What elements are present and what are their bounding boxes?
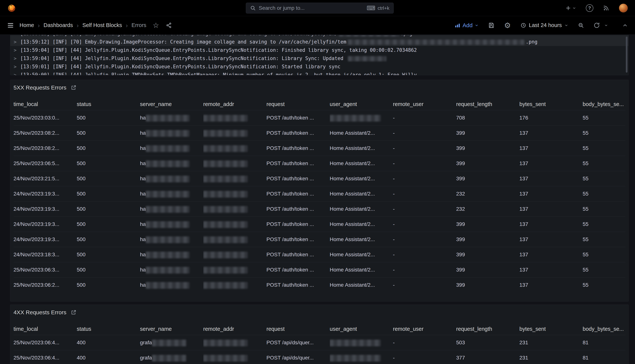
breadcrumb-item[interactable]: Self Host Blocks: [82, 22, 122, 28]
column-header-bytes-sent[interactable]: bytes_sent: [520, 323, 583, 335]
cell-request: POST /auth/token ...: [266, 126, 330, 140]
refresh-interval-chevron-icon[interactable]: [604, 24, 608, 27]
table-row: 25/Nov/2023:06:5...500haPOST /auth/token…: [14, 156, 625, 171]
log-row[interactable]: >[13:59:00] [INF] [44] Jellyfin.Plugin.T…: [10, 71, 628, 75]
scrollbar-thumb[interactable]: [626, 36, 628, 72]
time-range-picker[interactable]: Last 24 hours: [520, 22, 568, 28]
column-header-status[interactable]: status: [77, 323, 140, 335]
expand-log-chevron-icon[interactable]: >: [14, 72, 16, 75]
table-row: 25/Nov/2023:06:4...400grafaPOST /api/ds/…: [14, 335, 625, 350]
redacted-text: [203, 355, 248, 362]
cell-time-local: 25/Nov/2023:06:3...: [14, 262, 77, 277]
table-row: 24/Nov/2023:18:3...500haPOST /auth/token…: [14, 247, 625, 262]
log-row[interactable]: >[13:59:12] [INF] [70] Emby.Drawing.Imag…: [10, 38, 628, 46]
column-header-status[interactable]: status: [77, 98, 140, 110]
graph-bar-icon: [455, 22, 460, 28]
expand-log-chevron-icon[interactable]: >: [14, 35, 16, 36]
help-button[interactable]: ?: [586, 4, 593, 12]
redacted-text: [146, 252, 190, 258]
redacted-text: [203, 252, 248, 258]
shortcut-label: ctrl+k: [378, 5, 389, 11]
column-header-time-local[interactable]: time_local: [14, 323, 77, 335]
log-row[interactable]: >[13:59:13] [INF] [70] Emby.Drawing.Imag…: [10, 35, 628, 38]
chevron-up-icon[interactable]: [622, 22, 628, 28]
redacted-text: [146, 176, 190, 182]
column-header-bytes-sent[interactable]: bytes_sent: [520, 98, 583, 110]
cell-server-name: ha: [140, 247, 203, 262]
cell-request-length: 399: [456, 278, 520, 292]
cell-remote-user: -: [393, 156, 456, 171]
search-input[interactable]: Search or jump to... ⌨ ctrl+k: [246, 3, 394, 14]
cell-request-length: 399: [456, 141, 520, 156]
add-panel-button[interactable]: Add: [455, 22, 478, 28]
cell-bytes-sent: 137: [520, 278, 583, 292]
panel-4xx-requests-errors: 4XX Requests Errors time_localstatusserv…: [10, 304, 628, 364]
top-navigation-bar: Search or jump to... ⌨ ctrl+k ?: [0, 0, 635, 16]
breadcrumb: Home›Dashboards›Self Host Blocks›Errors: [20, 22, 146, 28]
gear-icon[interactable]: ⚙: [504, 22, 511, 29]
panel-title: 4XX Requests Errors: [14, 309, 66, 316]
cell-remote-addr: [203, 186, 266, 201]
redacted-text: [146, 160, 190, 167]
cell-bytes-sent: 176: [520, 110, 583, 125]
expand-log-chevron-icon[interactable]: >: [14, 39, 16, 45]
expand-log-chevron-icon[interactable]: >: [14, 56, 16, 61]
refresh-icon[interactable]: [594, 22, 600, 28]
column-header-request-length[interactable]: request_length: [456, 98, 520, 110]
add-menu-button[interactable]: [565, 5, 576, 11]
share-icon[interactable]: [166, 22, 172, 28]
cell-time-local: 25/Nov/2023:06:4...: [14, 335, 77, 350]
expand-log-chevron-icon[interactable]: >: [14, 48, 16, 53]
log-row[interactable]: >[13:59:04] [INF] [44] Jellyfin.Plugin.K…: [10, 46, 628, 54]
table-header-row: time_localstatusserver_nameremote_addrre…: [14, 98, 625, 110]
external-link-icon[interactable]: [71, 310, 76, 315]
cell-time-local: 24/Nov/2023:18:3...: [14, 247, 77, 262]
cell-status: 500: [77, 110, 140, 125]
external-link-icon[interactable]: [71, 85, 76, 90]
column-header-request[interactable]: request: [266, 98, 330, 110]
column-header-remote-addr[interactable]: remote_addr: [203, 323, 266, 335]
cell-request: POST /auth/token ...: [266, 156, 330, 171]
breadcrumb-item[interactable]: Dashboards: [44, 22, 73, 28]
chevron-down-icon: [564, 24, 568, 27]
log-row[interactable]: >[13:59:04] [INF] [44] Jellyfin.Plugin.K…: [10, 54, 628, 62]
favorite-star-icon[interactable]: ☆: [153, 22, 159, 29]
user-avatar[interactable]: [619, 4, 628, 12]
redacted-text: [146, 115, 190, 122]
cell-remote-user: -: [393, 217, 456, 232]
column-header-server-name[interactable]: server_name: [140, 98, 203, 110]
table-row: 25/Nov/2023:03:0...500haPOST /auth/token…: [14, 110, 625, 125]
column-header-body-bytes-se[interactable]: body_bytes_se...: [583, 98, 625, 110]
cell-status: 500: [77, 247, 140, 262]
cell-remote-user: -: [393, 141, 456, 156]
cell-status: 500: [77, 156, 140, 171]
cell-user-agent: Home Assistant/2...: [330, 217, 393, 232]
column-header-remote-user[interactable]: remote_user: [393, 323, 456, 335]
column-header-remote-addr[interactable]: remote_addr: [203, 98, 266, 110]
column-header-time-local[interactable]: time_local: [14, 98, 77, 110]
save-dashboard-icon[interactable]: [488, 22, 494, 28]
grafana-logo[interactable]: [7, 4, 16, 12]
column-header-body-bytes-se[interactable]: body_bytes_se...: [583, 323, 625, 335]
dashboard-content: >[13:59:13] [INF] [70] Emby.Drawing.Imag…: [0, 34, 635, 364]
hamburger-menu-icon[interactable]: [7, 22, 14, 29]
cell-bytes-sent: 231: [520, 335, 583, 350]
column-header-user-agent[interactable]: user_agent: [330, 323, 393, 335]
expand-log-chevron-icon[interactable]: >: [14, 64, 16, 70]
column-header-request-length[interactable]: request_length: [456, 323, 520, 335]
cell-body-bytes-se: 55: [583, 232, 625, 247]
news-button[interactable]: [603, 5, 609, 11]
column-header-remote-user[interactable]: remote_user: [393, 98, 456, 110]
cell-user-agent: [330, 350, 393, 364]
column-header-server-name[interactable]: server_name: [140, 323, 203, 335]
cell-body-bytes-se: 55: [583, 202, 625, 216]
cell-bytes-sent: 137: [520, 186, 583, 201]
column-header-request[interactable]: request: [266, 323, 330, 335]
cell-server-name: ha: [140, 232, 203, 247]
cell-user-agent: Home Assistant/2...: [330, 186, 393, 201]
cell-user-agent: Home Assistant/2...: [330, 247, 393, 262]
zoom-out-icon[interactable]: [578, 22, 584, 28]
log-row[interactable]: >[13:59:01] [INF] [44] Jellyfin.Plugin.K…: [10, 62, 628, 71]
column-header-user-agent[interactable]: user_agent: [330, 98, 393, 110]
breadcrumb-item[interactable]: Home: [20, 22, 34, 28]
